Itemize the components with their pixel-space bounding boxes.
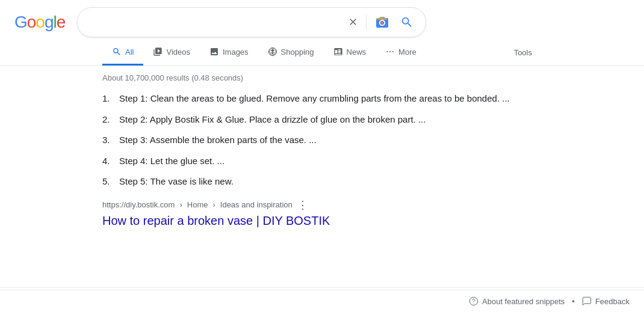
steps-list: 1. Step 1: Clean the areas to be glued. …: [102, 92, 524, 189]
step-num: 2.: [102, 113, 114, 127]
feedback-label: Feedback: [595, 297, 630, 306]
camera-icon: [375, 15, 389, 29]
nav-tabs: All Videos Images Shopping News: [0, 40, 644, 66]
featured-snippet: 1. Step 1: Clean the areas to be glued. …: [102, 92, 524, 228]
source-arrow: ›: [179, 200, 182, 209]
source-menu-button[interactable]: ⋮: [297, 198, 309, 212]
news-icon: [333, 47, 343, 57]
search-bar: how to fix a broken vase ✕: [77, 7, 426, 37]
tab-videos[interactable]: Videos: [143, 40, 200, 66]
list-item: 4. Step 4: Let the glue set. ...: [102, 154, 524, 168]
logo-g: G: [14, 13, 27, 32]
feedback-item[interactable]: Feedback: [582, 296, 630, 306]
step-text: Step 5: The vase is like new.: [119, 175, 234, 189]
logo-o2: o: [36, 13, 45, 32]
bottom-divider: [0, 287, 644, 288]
about-snippets-label: About featured snippets: [482, 297, 565, 306]
step-text: Step 4: Let the glue set. ...: [119, 154, 224, 168]
result-title-link[interactable]: How to repair a broken vase | DIY BOSTIK: [102, 214, 524, 228]
search-submit-button[interactable]: [398, 13, 416, 31]
list-item: 2. Step 2: Apply Bostik Fix & Glue. Plac…: [102, 113, 524, 127]
source-url: https://diy.bostik.com: [102, 200, 175, 209]
logo-o1: o: [27, 13, 36, 32]
tab-more[interactable]: More: [376, 40, 426, 66]
tab-images[interactable]: Images: [200, 40, 258, 66]
more-icon: [385, 47, 395, 57]
shopping-icon: [268, 47, 277, 57]
search-icon: [400, 16, 413, 29]
tab-news[interactable]: News: [324, 40, 376, 66]
tab-all[interactable]: All: [102, 40, 143, 66]
tab-shopping[interactable]: Shopping: [258, 40, 324, 66]
tab-shopping-label: Shopping: [281, 47, 314, 57]
tab-all-label: All: [125, 47, 134, 57]
search-input[interactable]: how to fix a broken vase: [87, 17, 340, 28]
svg-point-3: [392, 51, 394, 52]
step-text: Step 3: Assemble the broken parts of the…: [119, 133, 317, 147]
about-snippets-item[interactable]: About featured snippets: [469, 296, 565, 306]
logo-e: e: [57, 13, 66, 32]
bottom-bar: About featured snippets • Feedback: [0, 290, 644, 312]
list-item: 5. Step 5: The vase is like new.: [102, 175, 524, 189]
list-item: 3. Step 3: Assemble the broken parts of …: [102, 133, 524, 147]
step-text: Step 2: Apply Bostik Fix & Glue. Place a…: [119, 113, 426, 127]
step-num: 5.: [102, 175, 114, 189]
svg-point-4: [469, 297, 477, 305]
images-icon: [209, 47, 219, 57]
feedback-icon: [582, 296, 592, 306]
list-item: 1. Step 1: Clean the areas to be glued. …: [102, 92, 524, 106]
question-circle-icon: [469, 296, 478, 306]
clear-button[interactable]: ✕: [346, 13, 360, 31]
step-num: 4.: [102, 154, 114, 168]
source-breadcrumb-section: Ideas and inspiration: [220, 200, 293, 209]
svg-point-2: [389, 51, 391, 52]
videos-icon: [153, 47, 163, 57]
tab-news-label: News: [347, 47, 367, 57]
header: Google how to fix a broken vase ✕: [0, 0, 644, 37]
svg-point-5: [473, 303, 474, 304]
step-num: 3.: [102, 133, 114, 147]
source-breadcrumb-home: Home: [187, 200, 208, 209]
svg-point-1: [386, 51, 388, 52]
google-logo: Google: [14, 13, 65, 32]
dot-separator: •: [572, 297, 575, 306]
source-line: https://diy.bostik.com › Home › Ideas an…: [102, 198, 524, 212]
source-arrow2: ›: [212, 200, 215, 209]
tools-button[interactable]: Tools: [504, 41, 542, 64]
logo-g2: g: [45, 13, 54, 32]
tab-videos-label: Videos: [166, 47, 190, 57]
results-count: About 10,700,000 results (0.48 seconds): [102, 73, 542, 82]
search-bar-icons: ✕: [346, 13, 416, 32]
all-tab-search-icon: [112, 47, 122, 57]
results-area: About 10,700,000 results (0.48 seconds) …: [0, 66, 644, 228]
search-by-image-button[interactable]: [373, 13, 392, 32]
step-text: Step 1: Clean the areas to be glued. Rem…: [119, 92, 510, 106]
tab-more-label: More: [398, 47, 416, 57]
step-num: 1.: [102, 92, 114, 106]
tab-images-label: Images: [223, 47, 249, 57]
divider: [366, 15, 367, 29]
